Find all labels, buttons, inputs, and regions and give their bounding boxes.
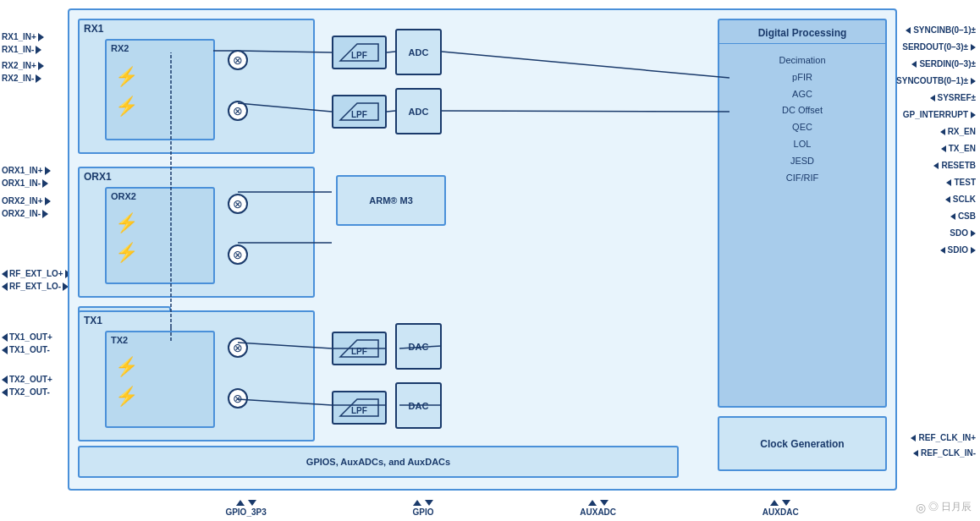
arrow-right-icon [38,62,44,70]
orx1-label: ORX1 [84,171,112,183]
clock-generation-label: Clock Generation [760,438,844,450]
gpio-3p3-arrows [236,500,256,506]
arrow-right-icon [45,167,51,175]
tx1-label: TX1 [84,315,102,326]
signal-sdio: SDIO [940,245,976,255]
lpf4-svg: LPF [336,395,383,420]
lpf3-svg: LPF [336,336,383,361]
bottom-labels: GPIO_3P3 GPIO AUXADC AUXDAC [68,500,897,517]
signal-rx2-in-minus: RX2_IN- [2,74,41,83]
svg-line-12 [387,52,395,52]
svg-line-15 [442,111,729,112]
tx2-block: TX2 ⚡ ⚡ [105,331,215,428]
orx2-label: ORX2 [111,191,136,201]
arrow-right-icon [42,179,48,188]
arr-left-icon [940,129,945,135]
lpf2-svg: LPF [336,99,383,124]
rx-mixer2: ⊗ [228,101,248,121]
rx2-label: RX2 [111,43,129,53]
svg-line-13 [387,111,395,112]
arrow-up-icon [236,500,245,506]
lpf1-svg: LPF [336,40,383,65]
svg-line-14 [442,52,729,78]
signal-orx2-in-plus: ORX2_IN+ [2,196,51,206]
arr-left-icon [933,162,939,169]
gpio-3p3-label: GPIO_3P3 [225,507,266,517]
signal-syncinb: SYNCINB(0–1)± [906,25,976,35]
arrow-down-icon [248,500,256,506]
arr-left-icon [911,61,917,68]
auxdac-arrows [770,500,790,506]
lpf4-block: LPF [332,391,387,425]
signal-rx2-in-plus: RX2_IN+ [2,61,44,70]
auxdac-group: AUXDAC [763,500,799,517]
auxdac-label: AUXDAC [763,507,799,517]
signal-sclk: SCLK [945,195,976,204]
arrow-right-icon [45,197,51,206]
right-signal-labels: SYNCINB(0–1)± SERDOUT(0–3)± SERDIN(0–3)±… [870,0,980,521]
signal-sysref: SYSREF± [930,93,977,102]
cif-rif-label: CIF/RIF [728,170,877,187]
signal-sdo: SDO [950,228,976,238]
signal-serdin: SERDIN(0–3)± [911,59,976,69]
signal-tx1-out-plus: TX1_OUT+ [2,332,52,342]
signal-rf-ext-lo-plus: RF_EXT_LO+ [2,269,71,278]
auxadc-arrows [588,500,608,506]
arrow-up-icon [588,500,597,506]
signal-orx1-in-plus: ORX1_IN+ [2,166,51,175]
signal-rf-ext-lo-minus: RF_EXT_LO- [2,282,69,291]
decimation-label: Decimation [728,52,877,69]
signal-test: TEST [946,178,976,187]
arr-right-icon [971,230,976,237]
orx2-symbol1: ⚡ [115,212,138,234]
signal-tx2-out-plus: TX2_OUT+ [2,375,52,384]
watermark-circle-icon: ◎ [916,501,926,514]
signal-csb: CSB [950,211,976,221]
svg-text:LPF: LPF [351,110,367,119]
tx-mixer1: ⊗ [228,337,248,358]
orx2-symbol2: ⚡ [115,242,138,264]
signal-resetb: RESETB [933,161,976,170]
signal-tx1-out-minus: TX1_OUT- [2,345,50,354]
signal-rx1-in-minus: RX1_IN- [2,45,41,54]
arr-left-icon [911,435,916,441]
qec-label: QEC [728,119,877,136]
arrow-down-icon [782,500,790,506]
arr-left-icon [946,179,951,186]
arr-right-icon [971,44,976,51]
adc2-block: ADC [395,88,442,134]
svg-text:LPF: LPF [351,406,367,415]
signal-gp-interrupt: GP_INTERRUPT [903,110,976,119]
signal-rx-en: RX_EN [940,127,976,136]
gpio-group: GPIO [413,500,434,517]
lpf1-block: LPF [332,36,387,69]
dac2-block: DAC [395,382,442,429]
arr-left-icon [945,196,950,203]
orx2-block: ORX2 ⚡ ⚡ [105,187,215,284]
dc-offset-label: DC Offset [728,102,877,119]
arrow-down-icon [425,500,433,506]
arrow-right-icon [36,74,41,83]
agc-label: AGC [728,86,877,103]
signal-ref-clk-in-minus: REF_CLK_IN- [913,448,976,458]
arr-left-icon [906,27,911,34]
arr-left-icon [950,213,955,220]
signal-tx2-out-minus: TX2_OUT- [2,387,50,397]
arrow-right-icon [36,46,41,54]
tx2-label: TX2 [111,335,128,345]
arr-left-icon [930,95,935,101]
outer-chip-box: RX1 RX2 ⚡ ⚡ ⊗ ⊗ ORX1 ORX2 ⚡ ⚡ ⊗ [68,8,897,491]
tx2-symbol2: ⚡ [115,386,138,408]
auxadc-group: AUXADC [580,500,616,517]
signal-ref-clk-in-plus: REF_CLK_IN+ [911,433,976,442]
arrow-left-icon [2,388,8,397]
signal-tx-en: TX_EN [941,144,976,153]
svg-text:LPF: LPF [351,347,367,356]
gpios-block: GPIOS, AuxADCs, and AuxDACs [78,446,679,478]
arrow-down-icon [600,500,608,506]
orx1-block: ORX1 ORX2 ⚡ ⚡ ⊗ ⊗ [78,167,315,298]
jesd-label: JESD [728,153,877,170]
tx2-symbol1: ⚡ [115,356,138,378]
rx2-symbol1: ⚡ [115,66,138,88]
digital-processing-block: Digital Processing Decimation pFIR AGC D… [718,19,887,408]
